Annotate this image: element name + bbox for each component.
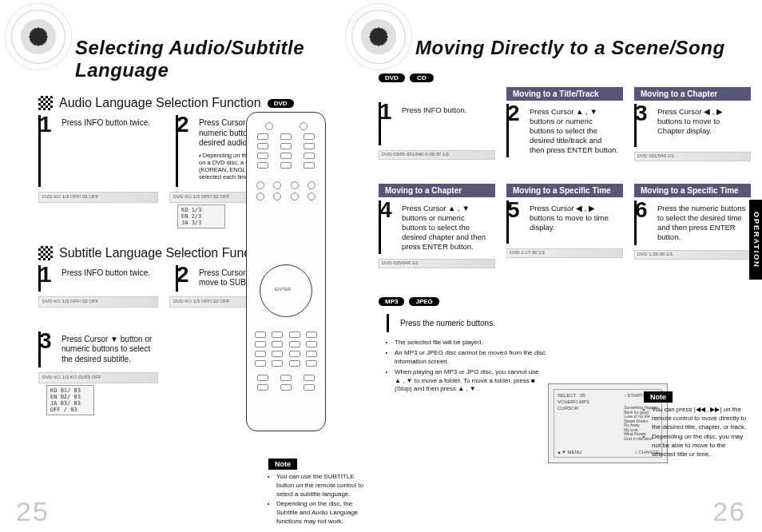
checker-icon [38, 96, 53, 110]
note-item: You can press |◀◀ , ▶▶| on the remote co… [652, 406, 748, 431]
osd-strip: DVD 001/040 1/1 [634, 152, 751, 161]
badge-dvd: DVD [268, 99, 294, 108]
checker-icon [38, 246, 53, 260]
step-text: Press Cursor ◀ , ▶ buttons to move to ti… [530, 204, 618, 232]
dpad-icon [260, 264, 312, 317]
note-label: Note [268, 459, 297, 470]
step-b1: 1 Press INFO button twice. [38, 265, 165, 292]
remote-control-illustration [246, 112, 326, 431]
osd-cursor: CURSOR [558, 406, 578, 441]
steps-row-bottom: Moving to a Chapter 4 Press Cursor ▲ , ▼… [379, 184, 751, 268]
step-text: Press Cursor ◀ , ▶ buttons to move to Ch… [657, 107, 746, 136]
note-list: You can press |◀◀ , ▶▶| on the remote co… [644, 406, 748, 459]
col-head: Moving to a Title/Track [506, 87, 623, 101]
note-item: Depending on the disc, you may not be ab… [652, 433, 748, 459]
step-number: 2 [507, 102, 523, 125]
step-text: Press Cursor ▲ , ▼ buttons or numeric bu… [402, 204, 490, 251]
badge-mp3: MP3 [379, 297, 404, 306]
mp3-note-item: An MP3 or JPEG disc cannot be moved from… [395, 349, 546, 367]
osd-strip: DVD 025/040 1/1 [379, 259, 495, 268]
section-heading: Subtitle Language Selection Function [59, 246, 271, 260]
step-number: 2 [177, 264, 192, 286]
step-number: 3 [39, 330, 55, 352]
col-4: Moving to a Chapter 4 Press Cursor ▲ , ▼… [379, 184, 495, 268]
badge-jpeg: JPEG [409, 297, 439, 306]
step-text: Press Cursor ▼ button or numeric buttons… [62, 335, 160, 365]
step-number: 4 [379, 199, 395, 221]
osd-bottom-left: ▲▼ MENU [557, 450, 581, 455]
language-stack: KO 1/3 EN 2/3 JA 3/3 [177, 204, 225, 228]
section-heading: Audio Language Selection Function [59, 96, 261, 110]
col-2: Moving to a Title/Track 2 Press Cursor ▲… [506, 87, 623, 161]
col-3: Moving to a Chapter 3 Press Cursor ◀ , ▶… [634, 87, 751, 161]
step-1: 1 Press INFO button twice. [38, 115, 165, 187]
col-5: Moving to a Specific Time 5 Press Cursor… [506, 184, 623, 268]
section-audio-lang: Audio Language Selection Function DVD [38, 96, 329, 110]
osd-strip: DVD KO 1/3 OFF/ 02 OFF [38, 296, 158, 308]
col-head: Moving to a Chapter [379, 184, 495, 197]
speaker-decor-icon [11, 10, 65, 64]
step-number: 5 [507, 199, 523, 221]
step-number: 6 [635, 199, 651, 221]
note-label: Note [644, 391, 673, 403]
step-text: Press INFO button. [402, 105, 490, 115]
col-head: Moving to a Specific Time [634, 184, 751, 197]
mp3-instruction-box: Press the numeric buttons. [387, 314, 506, 332]
page-number: 26 [712, 496, 746, 527]
step-text: Press INFO button twice. [62, 268, 160, 279]
col-1: 1 Press INFO button. DVD 03/05 001/040 0… [379, 87, 495, 161]
osd-top-left: SELECT : 05 [558, 393, 585, 398]
mp3-notes-list: The selected file will be played. An MP3… [387, 339, 546, 394]
col-head: Moving to a Chapter [634, 87, 751, 101]
step-text: Press Cursor ▲ , ▼ buttons or numeric bu… [530, 107, 618, 154]
mp3-note-item: The selected file will be played. [395, 339, 546, 347]
language-stack: KO 01/ 03 EN 02/ 03 JA 03/ 03 OFF / 03 [46, 385, 94, 415]
page-title-right: Moving Directly to a Scene/Song [415, 37, 751, 59]
steps-row-top: 1 Press INFO button. DVD 03/05 001/040 0… [379, 87, 751, 161]
step-number: 1 [39, 264, 55, 286]
page-26: Moving Directly to a Scene/Song DVD CD 1… [340, 0, 762, 532]
note-block: Note You can press |◀◀ , ▶▶| on the remo… [644, 388, 748, 461]
col-head: Moving to a Specific Time [506, 184, 623, 197]
step-number: 3 [635, 102, 651, 125]
osd-strip: DVD KO 1/3 OFF/ 02 OFF [38, 192, 158, 203]
badge-cd: CD [410, 73, 434, 82]
osd-strip: DVD 03/05 001/040 0:00:37 1/1 [379, 150, 495, 160]
osd-strip: DVD 1:17:30 1/1 [506, 248, 623, 258]
osd-strip: DVD KO 1/3 KO 01/03 OFF [38, 372, 158, 383]
speaker-decor-icon [351, 10, 406, 64]
osd-folder: VCHERO.MP3 [558, 399, 589, 404]
page-number: 25 [16, 496, 50, 527]
step-text: Press the numeric buttons to select the … [657, 204, 746, 242]
col-6: Moving to a Specific Time 6 Press the nu… [634, 184, 751, 268]
operation-tab: OPERATION [749, 200, 762, 280]
step-b3: 3 Press Cursor ▼ button or numeric butto… [38, 332, 165, 368]
step-text: Press INFO button twice. [62, 118, 160, 129]
step-number: 1 [39, 113, 55, 136]
mp3-note-item: When playing an MP3 or JPG disc, you can… [395, 368, 546, 394]
page-25: Selecting Audio/Subtitle Language Audio … [0, 0, 340, 532]
badge-dvd: DVD [379, 73, 405, 82]
step-number: 2 [177, 113, 192, 136]
mp3-instruction-text: Press the numeric buttons. [400, 319, 495, 328]
step-number: 1 [379, 101, 395, 123]
osd-strip: DVD 1:30:00 1/1 [634, 250, 751, 260]
page-title-left: Selecting Audio/Subtitle Language [75, 37, 329, 81]
